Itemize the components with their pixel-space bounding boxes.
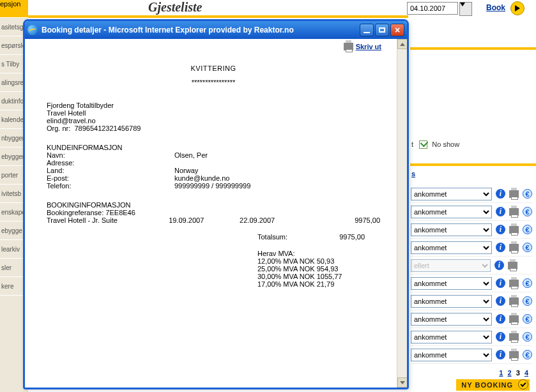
euro-icon[interactable]: € bbox=[523, 189, 532, 199]
print-link[interactable]: Skriv ut bbox=[344, 43, 381, 50]
table-row: ankommeti€ bbox=[411, 310, 532, 328]
print-icon[interactable] bbox=[509, 298, 519, 305]
page-title: Gjesteliste bbox=[148, 0, 202, 15]
info-icon[interactable]: i bbox=[494, 260, 504, 270]
print-icon[interactable] bbox=[509, 333, 519, 341]
status-select[interactable]: ankommet bbox=[411, 223, 492, 236]
book-link[interactable]: Book bbox=[486, 3, 505, 12]
info-icon[interactable]: i bbox=[496, 296, 505, 306]
window-title: Booking detaljer - Microsoft Internet Ex… bbox=[42, 26, 294, 34]
info-icon[interactable]: i bbox=[496, 207, 505, 216]
table-row: ellerti bbox=[411, 257, 532, 275]
noshow-filter: t No show bbox=[411, 140, 459, 149]
page-3-current: 3 bbox=[516, 369, 520, 377]
scroll-down-button[interactable] bbox=[397, 377, 407, 388]
status-select[interactable]: ankommet bbox=[411, 349, 492, 361]
book-go-button[interactable] bbox=[510, 1, 525, 15]
column-header-link[interactable]: s bbox=[411, 170, 415, 177]
window-titlebar[interactable]: Booking detaljer - Microsoft Internet Ex… bbox=[25, 21, 407, 39]
info-icon[interactable]: i bbox=[496, 314, 505, 324]
totals: Totalsum:9975,00 bbox=[257, 233, 380, 241]
arrow-right-icon bbox=[515, 5, 520, 11]
table-row: ankommeti€ bbox=[411, 275, 532, 292]
sidebar-item-active[interactable]: epsjon bbox=[0, 0, 28, 18]
scroll-up-button[interactable] bbox=[397, 39, 407, 49]
info-icon[interactable]: i bbox=[496, 278, 505, 288]
print-icon[interactable] bbox=[509, 315, 519, 323]
booking-section-heading: BOOKINGINFORMASJON bbox=[47, 201, 380, 209]
receipt-content: Skriv ut KVITTERING **************** Fjo… bbox=[25, 39, 397, 388]
provider-email: elind@travel.no bbox=[47, 117, 380, 124]
receipt-divider: **************** bbox=[47, 79, 380, 86]
euro-icon[interactable]: € bbox=[523, 243, 532, 252]
euro-icon[interactable]: € bbox=[523, 314, 532, 324]
customer-section-heading: KUNDEINFORMASJON bbox=[47, 144, 380, 151]
print-icon[interactable] bbox=[508, 262, 517, 269]
minimize-button[interactable] bbox=[360, 24, 374, 36]
org-number: 78965412321456789 bbox=[74, 124, 141, 132]
maximize-button[interactable] bbox=[375, 24, 389, 36]
customer-email: kunde@kunde.no bbox=[174, 174, 380, 182]
table-row: ankommeti€ bbox=[411, 239, 532, 257]
info-icon[interactable]: i bbox=[496, 189, 505, 199]
table-row: ankommeti€ bbox=[411, 346, 532, 364]
pager: 1 2 3 4 bbox=[498, 369, 530, 377]
table-row: ankommeti€ bbox=[411, 185, 532, 203]
customer-phone: 999999999 / 999999999 bbox=[174, 182, 380, 190]
booking-details-window: Booking detaljer - Microsoft Internet Ex… bbox=[23, 19, 409, 389]
noshow-label: No show bbox=[432, 140, 459, 148]
customer-name: Olsen, Per bbox=[174, 151, 380, 159]
euro-icon[interactable]: € bbox=[523, 350, 532, 359]
table-row: ankommeti€ bbox=[411, 221, 532, 239]
euro-icon[interactable]: € bbox=[523, 332, 532, 342]
print-icon[interactable] bbox=[509, 208, 519, 216]
customer-address bbox=[174, 159, 380, 167]
hotel-name: Travel Hotell bbox=[47, 109, 380, 117]
info-icon[interactable]: i bbox=[496, 332, 505, 342]
customer-country: Norway bbox=[174, 167, 380, 174]
table-row: ankommeti€ bbox=[411, 328, 532, 346]
print-icon[interactable] bbox=[509, 351, 519, 359]
status-select[interactable]: ankommet bbox=[411, 295, 492, 308]
euro-icon[interactable]: € bbox=[523, 207, 532, 216]
status-select[interactable]: ankommet bbox=[411, 331, 492, 343]
print-icon[interactable] bbox=[509, 190, 519, 198]
new-booking-button[interactable]: NY BOOKING bbox=[456, 379, 530, 391]
booking-reference: 7EE8E46 bbox=[105, 209, 135, 216]
euro-icon[interactable]: € bbox=[523, 278, 532, 288]
status-select: ellert bbox=[411, 259, 491, 272]
euro-icon[interactable]: € bbox=[523, 296, 532, 306]
vat-breakdown: Herav MVA: 12,00% MVA NOK 50,93 25,00% M… bbox=[257, 250, 380, 288]
guest-table-clip: ankommeti€ankommeti€ankommeti€ankommeti€… bbox=[411, 185, 532, 364]
page-1-link[interactable]: 1 bbox=[499, 369, 503, 377]
print-icon bbox=[344, 43, 353, 50]
noshow-checkbox[interactable] bbox=[419, 140, 427, 149]
new-booking-go-icon bbox=[518, 379, 528, 389]
provider-name: Fjordeng Totaltilbyder bbox=[47, 102, 380, 109]
date-input[interactable] bbox=[407, 2, 458, 15]
scrollbar[interactable] bbox=[397, 39, 407, 388]
ie-icon bbox=[27, 25, 38, 35]
print-icon[interactable] bbox=[509, 280, 519, 287]
status-select[interactable]: ankommet bbox=[411, 206, 492, 218]
table-row: ankommeti€ bbox=[411, 292, 532, 310]
close-button[interactable]: × bbox=[390, 24, 404, 36]
status-select[interactable]: ankommet bbox=[411, 313, 492, 326]
table-row: ankommeti€ bbox=[411, 203, 532, 221]
info-icon[interactable]: i bbox=[496, 225, 505, 234]
euro-icon[interactable]: € bbox=[523, 225, 532, 234]
info-icon[interactable]: i bbox=[496, 350, 505, 359]
print-icon[interactable] bbox=[509, 226, 519, 234]
status-select[interactable]: ankommet bbox=[411, 241, 492, 254]
date-picker-button[interactable] bbox=[459, 2, 472, 16]
print-icon[interactable] bbox=[509, 244, 519, 252]
page-2-link[interactable]: 2 bbox=[508, 369, 512, 377]
info-icon[interactable]: i bbox=[496, 243, 505, 252]
booking-line-item: Travel Hotell - Jr. Suite 19.09.2007 22.… bbox=[47, 216, 380, 224]
status-select[interactable]: ankommet bbox=[411, 277, 492, 290]
receipt-heading: KVITTERING bbox=[47, 64, 380, 72]
page-4-link[interactable]: 4 bbox=[525, 369, 528, 377]
status-select[interactable]: ankommet bbox=[411, 188, 492, 200]
